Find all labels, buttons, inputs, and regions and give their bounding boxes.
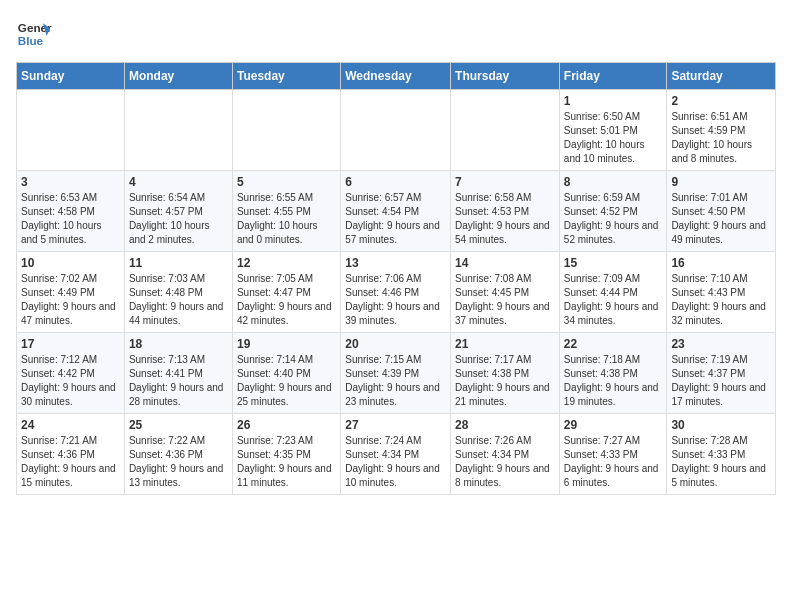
day-info: Sunrise: 7:26 AM Sunset: 4:34 PM Dayligh… (455, 434, 555, 490)
day-number: 8 (564, 175, 663, 189)
day-info: Sunrise: 6:50 AM Sunset: 5:01 PM Dayligh… (564, 110, 663, 166)
week-row-4: 17Sunrise: 7:12 AM Sunset: 4:42 PM Dayli… (17, 333, 776, 414)
day-number: 21 (455, 337, 555, 351)
col-header-wednesday: Wednesday (341, 63, 451, 90)
day-number: 30 (671, 418, 771, 432)
calendar-cell: 7Sunrise: 6:58 AM Sunset: 4:53 PM Daylig… (451, 171, 560, 252)
calendar-cell: 17Sunrise: 7:12 AM Sunset: 4:42 PM Dayli… (17, 333, 125, 414)
day-info: Sunrise: 6:51 AM Sunset: 4:59 PM Dayligh… (671, 110, 771, 166)
calendar-cell: 29Sunrise: 7:27 AM Sunset: 4:33 PM Dayli… (559, 414, 667, 495)
day-number: 18 (129, 337, 228, 351)
calendar-cell: 25Sunrise: 7:22 AM Sunset: 4:36 PM Dayli… (124, 414, 232, 495)
calendar-cell: 5Sunrise: 6:55 AM Sunset: 4:55 PM Daylig… (232, 171, 340, 252)
day-number: 26 (237, 418, 336, 432)
day-info: Sunrise: 7:23 AM Sunset: 4:35 PM Dayligh… (237, 434, 336, 490)
calendar-cell: 4Sunrise: 6:54 AM Sunset: 4:57 PM Daylig… (124, 171, 232, 252)
col-header-thursday: Thursday (451, 63, 560, 90)
day-info: Sunrise: 7:28 AM Sunset: 4:33 PM Dayligh… (671, 434, 771, 490)
calendar-table: SundayMondayTuesdayWednesdayThursdayFrid… (16, 62, 776, 495)
day-number: 3 (21, 175, 120, 189)
week-row-5: 24Sunrise: 7:21 AM Sunset: 4:36 PM Dayli… (17, 414, 776, 495)
day-info: Sunrise: 6:58 AM Sunset: 4:53 PM Dayligh… (455, 191, 555, 247)
day-info: Sunrise: 6:57 AM Sunset: 4:54 PM Dayligh… (345, 191, 446, 247)
col-header-friday: Friday (559, 63, 667, 90)
day-info: Sunrise: 7:08 AM Sunset: 4:45 PM Dayligh… (455, 272, 555, 328)
calendar-cell: 12Sunrise: 7:05 AM Sunset: 4:47 PM Dayli… (232, 252, 340, 333)
week-row-1: 1Sunrise: 6:50 AM Sunset: 5:01 PM Daylig… (17, 90, 776, 171)
day-info: Sunrise: 7:02 AM Sunset: 4:49 PM Dayligh… (21, 272, 120, 328)
day-number: 19 (237, 337, 336, 351)
col-header-sunday: Sunday (17, 63, 125, 90)
day-info: Sunrise: 6:59 AM Sunset: 4:52 PM Dayligh… (564, 191, 663, 247)
calendar-cell: 28Sunrise: 7:26 AM Sunset: 4:34 PM Dayli… (451, 414, 560, 495)
calendar-cell: 8Sunrise: 6:59 AM Sunset: 4:52 PM Daylig… (559, 171, 667, 252)
week-row-2: 3Sunrise: 6:53 AM Sunset: 4:58 PM Daylig… (17, 171, 776, 252)
day-number: 17 (21, 337, 120, 351)
day-info: Sunrise: 7:21 AM Sunset: 4:36 PM Dayligh… (21, 434, 120, 490)
calendar-cell: 23Sunrise: 7:19 AM Sunset: 4:37 PM Dayli… (667, 333, 776, 414)
calendar-cell: 21Sunrise: 7:17 AM Sunset: 4:38 PM Dayli… (451, 333, 560, 414)
day-info: Sunrise: 7:10 AM Sunset: 4:43 PM Dayligh… (671, 272, 771, 328)
calendar-cell: 15Sunrise: 7:09 AM Sunset: 4:44 PM Dayli… (559, 252, 667, 333)
day-info: Sunrise: 7:14 AM Sunset: 4:40 PM Dayligh… (237, 353, 336, 409)
calendar-cell (124, 90, 232, 171)
day-number: 1 (564, 94, 663, 108)
day-number: 5 (237, 175, 336, 189)
day-number: 22 (564, 337, 663, 351)
day-number: 27 (345, 418, 446, 432)
calendar-cell: 2Sunrise: 6:51 AM Sunset: 4:59 PM Daylig… (667, 90, 776, 171)
calendar-cell: 13Sunrise: 7:06 AM Sunset: 4:46 PM Dayli… (341, 252, 451, 333)
calendar-cell: 3Sunrise: 6:53 AM Sunset: 4:58 PM Daylig… (17, 171, 125, 252)
day-number: 24 (21, 418, 120, 432)
day-number: 13 (345, 256, 446, 270)
day-info: Sunrise: 6:53 AM Sunset: 4:58 PM Dayligh… (21, 191, 120, 247)
calendar-cell: 6Sunrise: 6:57 AM Sunset: 4:54 PM Daylig… (341, 171, 451, 252)
calendar-cell: 19Sunrise: 7:14 AM Sunset: 4:40 PM Dayli… (232, 333, 340, 414)
col-header-saturday: Saturday (667, 63, 776, 90)
day-number: 6 (345, 175, 446, 189)
day-info: Sunrise: 7:19 AM Sunset: 4:37 PM Dayligh… (671, 353, 771, 409)
day-number: 23 (671, 337, 771, 351)
col-header-monday: Monday (124, 63, 232, 90)
day-info: Sunrise: 7:18 AM Sunset: 4:38 PM Dayligh… (564, 353, 663, 409)
header-row: SundayMondayTuesdayWednesdayThursdayFrid… (17, 63, 776, 90)
calendar-cell (232, 90, 340, 171)
calendar-cell: 30Sunrise: 7:28 AM Sunset: 4:33 PM Dayli… (667, 414, 776, 495)
calendar-cell (451, 90, 560, 171)
day-info: Sunrise: 7:05 AM Sunset: 4:47 PM Dayligh… (237, 272, 336, 328)
calendar-cell: 16Sunrise: 7:10 AM Sunset: 4:43 PM Dayli… (667, 252, 776, 333)
calendar-cell: 18Sunrise: 7:13 AM Sunset: 4:41 PM Dayli… (124, 333, 232, 414)
header: General Blue (16, 16, 776, 52)
day-info: Sunrise: 7:01 AM Sunset: 4:50 PM Dayligh… (671, 191, 771, 247)
calendar-cell: 24Sunrise: 7:21 AM Sunset: 4:36 PM Dayli… (17, 414, 125, 495)
calendar-cell: 9Sunrise: 7:01 AM Sunset: 4:50 PM Daylig… (667, 171, 776, 252)
calendar-cell: 22Sunrise: 7:18 AM Sunset: 4:38 PM Dayli… (559, 333, 667, 414)
day-number: 4 (129, 175, 228, 189)
col-header-tuesday: Tuesday (232, 63, 340, 90)
day-number: 29 (564, 418, 663, 432)
day-info: Sunrise: 7:17 AM Sunset: 4:38 PM Dayligh… (455, 353, 555, 409)
day-info: Sunrise: 7:03 AM Sunset: 4:48 PM Dayligh… (129, 272, 228, 328)
day-number: 9 (671, 175, 771, 189)
svg-text:Blue: Blue (18, 34, 44, 47)
day-info: Sunrise: 7:27 AM Sunset: 4:33 PM Dayligh… (564, 434, 663, 490)
calendar-cell: 10Sunrise: 7:02 AM Sunset: 4:49 PM Dayli… (17, 252, 125, 333)
calendar-cell (341, 90, 451, 171)
day-number: 12 (237, 256, 336, 270)
day-info: Sunrise: 7:22 AM Sunset: 4:36 PM Dayligh… (129, 434, 228, 490)
calendar-cell: 27Sunrise: 7:24 AM Sunset: 4:34 PM Dayli… (341, 414, 451, 495)
day-info: Sunrise: 6:55 AM Sunset: 4:55 PM Dayligh… (237, 191, 336, 247)
logo: General Blue (16, 16, 52, 52)
day-number: 7 (455, 175, 555, 189)
day-number: 16 (671, 256, 771, 270)
day-number: 14 (455, 256, 555, 270)
calendar-cell: 26Sunrise: 7:23 AM Sunset: 4:35 PM Dayli… (232, 414, 340, 495)
day-info: Sunrise: 7:06 AM Sunset: 4:46 PM Dayligh… (345, 272, 446, 328)
week-row-3: 10Sunrise: 7:02 AM Sunset: 4:49 PM Dayli… (17, 252, 776, 333)
calendar-cell (17, 90, 125, 171)
logo-icon: General Blue (16, 16, 52, 52)
day-number: 25 (129, 418, 228, 432)
calendar-cell: 1Sunrise: 6:50 AM Sunset: 5:01 PM Daylig… (559, 90, 667, 171)
day-number: 28 (455, 418, 555, 432)
day-info: Sunrise: 7:13 AM Sunset: 4:41 PM Dayligh… (129, 353, 228, 409)
